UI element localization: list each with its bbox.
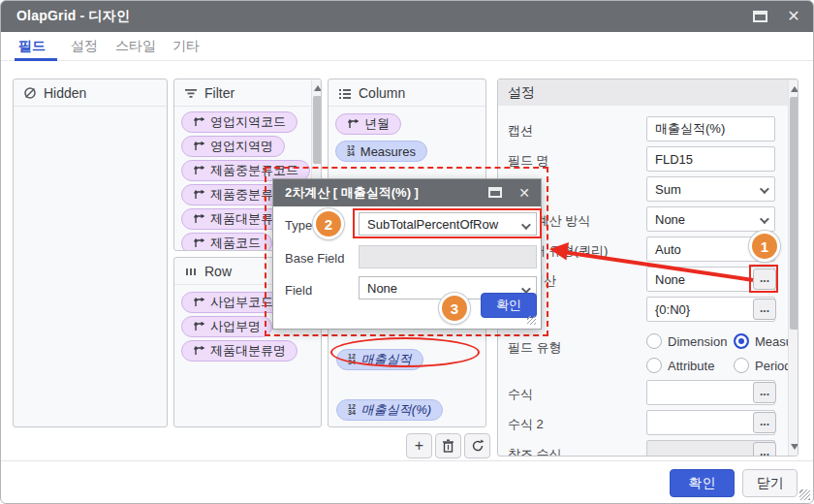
refresh-icon: [471, 439, 485, 453]
column-panel-title: Column: [359, 85, 405, 101]
aggregation-value: Sum: [655, 182, 681, 197]
field-pill[interactable]: 년월: [335, 113, 401, 135]
row-icon: [184, 265, 198, 278]
radio-attribute-label[interactable]: Attribute: [668, 359, 714, 373]
step-badge-1: 1: [749, 231, 780, 262]
move-icon: [193, 297, 204, 308]
field-pill[interactable]: 제품코드: [181, 233, 272, 251]
caption-input[interactable]: 매출실적(%): [646, 116, 775, 142]
pill-label: 영업지역명: [210, 138, 273, 155]
secondary-calc-ellipsis-button[interactable]: ...: [753, 268, 776, 290]
window-title: OlapGrid - 디자인: [16, 8, 130, 25]
move-icon: [193, 321, 204, 332]
field-pill[interactable]: 영업지역명: [181, 136, 285, 157]
measure-number-icon: 1234: [348, 404, 356, 416]
dialog-ok-button[interactable]: 확인: [481, 293, 537, 318]
maximize-icon[interactable]: [753, 11, 767, 22]
measure-number-icon: 1234: [347, 145, 355, 157]
scrollbar-thumb[interactable]: [790, 97, 798, 330]
measures-pill[interactable]: 1234 Measures: [335, 141, 427, 162]
field-pill[interactable]: 사업부명: [181, 316, 272, 337]
radio-period-label[interactable]: Period: [755, 359, 792, 373]
pill-label: 년월: [364, 115, 390, 133]
step-badge-3: 3: [439, 293, 470, 324]
step-badge-2: 2: [313, 208, 344, 239]
measure-number-icon: 1234: [348, 354, 356, 365]
hidden-panel-title: Hidden: [44, 85, 86, 101]
row-panel-title: Row: [204, 264, 232, 279]
field-name-value: FLD15: [655, 152, 693, 167]
field-name-label: 필드 명: [508, 152, 549, 170]
chevron-down-icon: [760, 184, 769, 194]
pill-label: 매출실적: [361, 351, 412, 368]
field-type-label: 필드 유형: [508, 339, 562, 357]
move-icon: [347, 118, 359, 130]
column-panel-header: Column: [329, 79, 485, 107]
move-icon: [193, 213, 204, 225]
trash-icon: [442, 439, 454, 453]
scroll-down-icon[interactable]: [791, 444, 798, 450]
chevron-down-icon: [760, 214, 769, 224]
field-pill[interactable]: 제품대분류명: [181, 340, 297, 362]
pill-label: 제품코드: [210, 235, 261, 251]
tab-settings[interactable]: 설정: [71, 38, 98, 55]
active-tab-underline: [15, 58, 57, 61]
type-select[interactable]: SubTotalPercentOfRow: [359, 212, 537, 236]
field-name-input[interactable]: FLD15: [646, 146, 775, 172]
radio-dimension-label[interactable]: Dimension: [668, 334, 727, 349]
base-field-label: Base Field: [285, 251, 344, 266]
formula-label: 수식: [508, 386, 533, 403]
window-resize-grip[interactable]: [799, 489, 810, 500]
radio-dimension[interactable]: [646, 333, 662, 349]
dialog-maximize-icon[interactable]: [488, 187, 502, 198]
scrollbar-thumb[interactable]: [313, 96, 322, 164]
dialog-close-icon[interactable]: ✕: [516, 184, 533, 202]
field-pill[interactable]: 1234 매출실적: [336, 349, 423, 370]
ellipsis-icon: ...: [760, 385, 769, 398]
base-field-input[interactable]: [359, 245, 537, 268]
tab-style[interactable]: 스타일: [115, 38, 156, 55]
column-items: 년월 1234 Measures: [329, 107, 485, 170]
dialog-resize-grip[interactable]: [527, 316, 536, 325]
pill-label: 영업지역코드: [210, 113, 286, 131]
formula-ellipsis-button[interactable]: ...: [753, 382, 776, 403]
dialog-ok-label: 확인: [496, 297, 521, 314]
field-pill[interactable]: 사업부코드: [181, 292, 285, 313]
tab-bar: 필드 설정 스타일 기타: [1, 32, 814, 61]
ellipsis-icon: ...: [760, 271, 769, 285]
secondary-calc-dialog: 2차계산 [ 매출실적(%) ] ✕ Type SubTotalPercentO…: [272, 178, 542, 330]
tab-etc[interactable]: 기타: [172, 38, 200, 55]
subtotal-method-select[interactable]: None: [646, 206, 775, 232]
tab-fields[interactable]: 필드: [18, 38, 46, 55]
field-pill[interactable]: 영업지역코드: [181, 111, 297, 133]
dialog-title: 2차계산 [ 매출실적(%) ]: [285, 184, 419, 202]
format-ellipsis-button[interactable]: ...: [753, 299, 776, 320]
pill-label: 제품대분류명: [210, 342, 286, 360]
radio-attribute[interactable]: [646, 358, 662, 373]
formula2-label: 수식 2: [508, 416, 544, 433]
settings-scrollbar[interactable]: [788, 80, 798, 457]
filter-panel-title: Filter: [204, 85, 235, 101]
pill-label: 제품중분류코드: [210, 162, 298, 179]
aggregation-select[interactable]: Sum: [646, 176, 775, 202]
refresh-button[interactable]: [464, 433, 490, 458]
scroll-up-icon[interactable]: [791, 86, 798, 92]
ok-button-label: 확인: [689, 475, 716, 492]
add-field-button[interactable]: +: [406, 433, 432, 458]
close-icon[interactable]: ✕: [784, 7, 803, 26]
move-icon: [193, 345, 204, 357]
close-button[interactable]: 닫기: [742, 469, 798, 497]
secondary-calc-pill[interactable]: 1234 매출실적(%): [336, 399, 443, 421]
ref-formula-ellipsis-button[interactable]: ...: [753, 442, 776, 457]
formula2-ellipsis-button[interactable]: ...: [753, 412, 776, 433]
radio-period[interactable]: [734, 358, 749, 373]
secondary-calc-value: None: [655, 272, 685, 287]
delete-field-button[interactable]: [435, 433, 461, 458]
ok-button[interactable]: 확인: [670, 469, 735, 497]
pill-label: 사업부명: [210, 318, 261, 335]
radio-measure[interactable]: [734, 333, 749, 349]
scroll-up-icon[interactable]: [314, 85, 322, 91]
column-icon: [338, 86, 352, 100]
move-icon: [193, 141, 204, 152]
pill-label: 사업부코드: [210, 294, 273, 311]
